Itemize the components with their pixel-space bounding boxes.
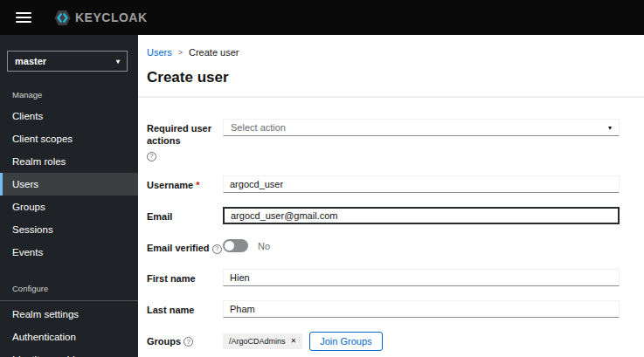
username-label: Username* [147, 175, 223, 191]
email-input[interactable] [223, 207, 620, 224]
sidebar-item-groups[interactable]: Groups [0, 196, 138, 218]
select-placeholder: Select action [231, 122, 286, 133]
group-chip: /ArgoCDAdmins ✕ [223, 333, 302, 349]
first-name-row: First name [147, 269, 620, 286]
breadcrumb-users-link[interactable]: Users [147, 47, 172, 58]
email-verified-toggle[interactable] [223, 239, 248, 252]
last-name-input[interactable] [223, 300, 620, 318]
help-icon[interactable]: ? [147, 152, 156, 161]
sidebar-item-authentication[interactable]: Authentication [0, 326, 138, 348]
last-name-row: Last name [147, 300, 620, 318]
join-groups-button[interactable]: Join Groups [309, 332, 382, 351]
email-verified-label: Email verified ? [147, 238, 223, 254]
first-name-input[interactable] [223, 269, 620, 286]
breadcrumb-separator-icon: > [178, 48, 183, 57]
breadcrumb: Users > Create user [147, 47, 620, 58]
username-input[interactable] [223, 175, 620, 193]
breadcrumb-current: Create user [189, 47, 239, 58]
groups-row: Groups ? /ArgoCDAdmins ✕ Join Groups [147, 332, 620, 351]
top-bar: KEYCLOAK [0, 0, 644, 35]
nav-toggle-button[interactable] [12, 9, 35, 26]
sidebar-item-sessions[interactable]: Sessions [0, 218, 138, 241]
email-row: Email [147, 207, 620, 224]
sidebar-item-clients[interactable]: Clients [0, 105, 138, 127]
page-title: Create user [147, 69, 620, 86]
realm-selector-value: master [15, 56, 46, 66]
group-chip-label: /ArgoCDAdmins [229, 337, 286, 346]
sidebar-item-realm-roles[interactable]: Realm roles [0, 150, 138, 173]
keycloak-logo[interactable]: KEYCLOAK [54, 10, 148, 26]
last-name-label: Last name [147, 300, 223, 316]
email-verified-row: Email verified ? No [147, 238, 620, 254]
toggle-handle [225, 241, 234, 251]
required-asterisk: * [196, 180, 199, 190]
required-user-actions-label: Required user actions ? [147, 119, 223, 161]
keycloak-brand-icon [54, 10, 71, 26]
sidebar-section-configure: Configure [0, 276, 138, 301]
sidebar-section-manage: Manage [0, 82, 138, 105]
first-name-label: First name [147, 269, 223, 285]
help-icon[interactable]: ? [212, 244, 222, 254]
realm-selector[interactable]: master ▾ [7, 51, 128, 72]
caret-down-icon: ▾ [116, 58, 120, 65]
help-icon[interactable]: ? [184, 337, 193, 347]
email-verified-state: No [258, 241, 270, 251]
brand-text: KEYCLOAK [75, 10, 148, 24]
sidebar-item-events[interactable]: Events [0, 241, 138, 264]
caret-down-icon: ▾ [608, 124, 612, 132]
required-user-actions-select[interactable]: Select action ▾ [223, 119, 620, 136]
sidebar-item-users[interactable]: Users [0, 173, 138, 196]
groups-label: Groups ? [147, 332, 223, 347]
sidebar: master ▾ Manage Clients Client scopes Re… [0, 35, 138, 357]
close-icon[interactable]: ✕ [291, 337, 297, 345]
username-row: Username* [147, 175, 620, 193]
email-label: Email [147, 207, 223, 223]
sidebar-item-realm-settings[interactable]: Realm settings [0, 303, 138, 326]
sidebar-item-identity-providers[interactable]: Identity providers [0, 348, 138, 357]
sidebar-item-client-scopes[interactable]: Client scopes [0, 127, 138, 150]
hamburger-icon [16, 12, 31, 23]
create-user-form: Required user actions ? Select action ▾ … [138, 98, 644, 357]
required-user-actions-row: Required user actions ? Select action ▾ [147, 119, 620, 161]
main-content: Users > Create user Create user Required… [138, 35, 644, 357]
